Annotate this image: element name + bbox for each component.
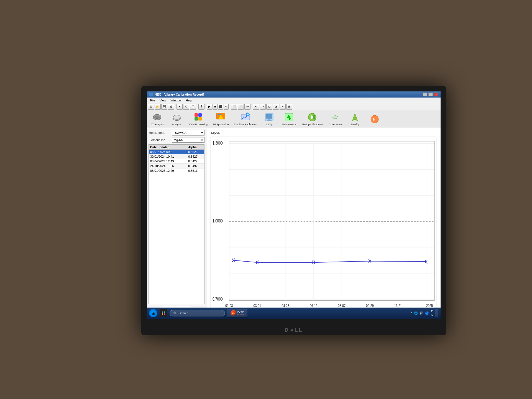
small-toolbar: 🗋 📂 💾 🖨 ✂ ⧉ 📋 ? ▶ ■ ⬛ ✔ ⬜ ⬜ ⇥ [147,103,441,110]
meas-cond-select[interactable]: RX9MCA [172,130,204,135]
close-button[interactable]: ✕ [434,93,438,96]
toolbar-nav5[interactable]: ≡ [280,104,286,110]
svg-text:0.7000: 0.7000 [213,296,223,301]
svg-text:1.0000: 1.0000 [213,219,223,224]
table-cell-alpha: 0.8511 [187,168,204,173]
svg-rect-13 [218,114,221,115]
svg-point-23 [288,116,290,118]
element-line-select[interactable]: Mg-Ka [172,137,204,143]
analysis-label: Analysis [172,123,181,126]
table-cell-alpha: 0.8427 [187,159,204,164]
tool-startup-shutdown[interactable]: Startup / Shutdown [299,111,325,127]
taskbar-widgets[interactable] [160,309,167,317]
standby-icon [350,112,360,122]
data-processing-icon [193,112,203,122]
toolbar-zoom1[interactable]: ⬜ [231,104,237,110]
svg-point-5 [173,115,180,119]
col-header-date: Date updated [149,145,187,150]
tool-data-processing[interactable]: Data Processing [187,111,210,127]
toolbar-copy[interactable]: ⧉ [183,104,189,110]
toolbar-icon2[interactable]: ■ [213,104,218,110]
menu-help[interactable]: Help [184,98,195,102]
extra-icon: N [370,114,380,124]
toolbar-nav4[interactable]: ⊵ [273,104,279,110]
chart-area: Alpha 1.3000 1.0000 0.7000 [206,128,441,313]
svg-rect-72 [164,311,165,313]
toolbar-help[interactable]: ? [198,104,204,110]
toolbar-print[interactable]: 🖨 [168,104,174,110]
search-placeholder: Search [179,311,188,315]
minimize-button[interactable]: _ [423,93,427,96]
table-cell-alpha: 0.8427 [187,154,204,159]
toolbar-icon5[interactable]: ⇥ [244,104,250,110]
table-row[interactable]: 08/01/2025 12:29 0.8511 [149,168,204,173]
window-title: NEX - [Library Calibration Record] [155,93,204,96]
startup-shutdown-icon [307,112,317,122]
meas-cond-row: Meas. cond. RX9MCA [149,130,204,135]
table-cell-alpha: 0.8523 [187,150,204,154]
element-line-row: Element line Mg-Ka [149,137,204,143]
toolbar-open[interactable]: 📂 [155,104,161,110]
taskbar-app-name: 0QYP [237,310,244,313]
table-row[interactable]: 24/10/2024 11:06 0.8492 [149,164,204,168]
table-row[interactable]: 30/01/2024 10:41 0.8427 [149,154,204,159]
separator-5 [252,104,252,109]
svg-rect-73 [162,313,163,315]
tool-extra[interactable]: N [365,111,384,127]
separator-2 [197,104,197,109]
separator-4 [230,104,230,109]
svg-rect-19 [266,114,272,119]
browser-icon[interactable]: 🌀 [425,311,429,315]
chevron-up-icon[interactable]: ⌃ [410,312,412,315]
svg-marker-29 [352,113,358,121]
tool-empirical[interactable]: Empirical Application [231,111,259,127]
toolbar-nav2[interactable]: ⊳ [260,104,266,110]
taskbar-app-icon: 🦊 [231,310,236,316]
table-row[interactable]: 08/04/2024 12:49 0.8427 [149,159,204,164]
svg-text:1.3000: 1.3000 [213,141,223,146]
empirical-icon [241,112,250,122]
network-icon[interactable]: 🌐 [414,311,418,315]
menu-window[interactable]: Window [168,98,183,102]
toolbar-nav6[interactable]: ⊞ [286,104,292,110]
start-button[interactable]: ⊞ [149,309,157,317]
toolbar-icon4[interactable]: ✔ [224,104,229,110]
toolbar-paste[interactable]: 📋 [190,104,196,110]
toolbar-nav3[interactable]: ⊴ [266,104,272,110]
toolbar-new[interactable]: 🗋 [148,104,154,110]
table-row[interactable]: 08/01/2024 09:21 0.8523 [149,150,204,154]
table-cell-date: 08/04/2024 12:49 [149,159,187,164]
toolbar-save[interactable]: 💾 [161,104,167,110]
taskbar-search-box[interactable]: 🔍 Search [170,310,225,316]
taskbar-clock: E L [431,310,433,316]
svg-rect-32 [211,137,436,310]
tool-fp-application[interactable]: FP Application [210,111,231,127]
utility-icon [264,112,274,122]
separator-3 [206,104,206,109]
menu-file[interactable]: File [148,98,157,102]
app-window: Z NEX - [Library Calibration Record] _ □… [147,91,441,319]
toolbar-nav1[interactable]: ⊲ [253,104,259,110]
toolbar-icon1[interactable]: ▶ [207,104,212,110]
tool-utility[interactable]: Utility [260,111,279,127]
maximize-button[interactable]: □ [428,93,433,96]
tool-ez-analysis[interactable]: EZ Analysis [147,111,167,127]
toolbar-zoom2[interactable]: ⬜ [238,104,244,110]
menu-view[interactable]: View [157,98,168,102]
svg-rect-8 [195,117,198,121]
tool-cover-open[interactable]: Cover open [326,111,345,127]
speaker-icon[interactable]: 🔊 [420,311,423,315]
taskbar-app-info: 0QYP -1.22% [237,310,244,316]
tool-maintenance[interactable]: Maintenance [279,111,299,127]
tool-standby[interactable]: Standby [345,111,365,127]
tool-analysis[interactable]: Analysis [167,111,186,127]
toolbar-cut[interactable]: ✂ [177,104,183,110]
show-desktop-button[interactable] [435,309,438,317]
title-bar: Z NEX - [Library Calibration Record] _ □… [147,91,441,98]
search-icon: 🔍 [173,311,177,315]
table-cell-date: 08/01/2025 12:29 [149,168,187,173]
svg-text:N: N [373,117,375,121]
taskbar-right: ⌃ 🌐 🔊 🌀 E L [410,309,438,317]
toolbar-icon3[interactable]: ⬛ [218,104,223,110]
taskbar-app-item[interactable]: 🦊 0QYP -1.22% [227,309,247,317]
